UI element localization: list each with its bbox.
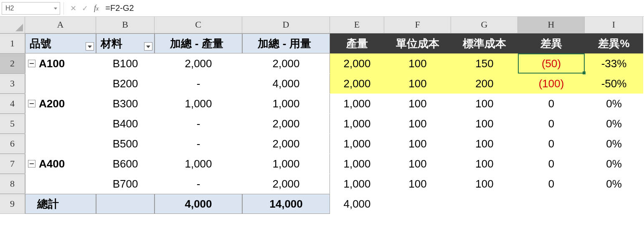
pivot-item-a[interactable] (25, 114, 96, 134)
cell[interactable]: 1,000 (330, 154, 384, 174)
collapse-icon[interactable] (28, 60, 35, 67)
cell[interactable]: 100 (384, 74, 451, 94)
cell[interactable]: 0 (518, 134, 585, 154)
collapse-icon[interactable] (28, 100, 35, 107)
table-header-E[interactable]: 產量 (330, 33, 384, 53)
cell[interactable]: 2,000 (242, 174, 330, 194)
formula-input[interactable]: =F2-G2 (102, 3, 644, 13)
col-header-B[interactable]: B (96, 17, 155, 33)
cell[interactable] (451, 194, 518, 214)
table-header-H[interactable]: 差異 (518, 33, 585, 53)
cell[interactable]: 0 (518, 114, 585, 134)
cell[interactable] (585, 194, 643, 214)
cell[interactable]: 14,000 (242, 194, 330, 214)
col-header-A[interactable]: A (25, 17, 96, 33)
table-header-G[interactable]: 標準成本 (451, 33, 518, 53)
pivot-header-A[interactable]: 品號 (25, 33, 96, 53)
cell[interactable]: 100 (384, 174, 451, 194)
cell[interactable]: B200 (96, 74, 155, 94)
row-header-7[interactable]: 7 (0, 154, 25, 174)
pivot-item-a[interactable]: A400 (25, 154, 96, 174)
pivot-header-B[interactable]: 材料 (96, 33, 155, 53)
cell[interactable]: 1,000 (155, 154, 242, 174)
col-header-H[interactable]: H (518, 17, 585, 33)
pivot-item-a[interactable]: A100 (25, 53, 96, 74)
cell[interactable]: 100 (451, 154, 518, 174)
cell[interactable]: - (155, 134, 242, 154)
fx-icon[interactable]: fx (94, 4, 99, 13)
col-header-I[interactable]: I (585, 17, 643, 33)
cell[interactable]: 0% (585, 174, 643, 194)
cell[interactable]: 0% (585, 134, 643, 154)
pivot-item-a[interactable] (25, 74, 96, 94)
cell[interactable]: 100 (384, 53, 451, 74)
name-box[interactable]: H2 (2, 2, 60, 15)
cell[interactable]: 100 (384, 134, 451, 154)
cell[interactable]: 1,000 (155, 94, 242, 114)
row-header-3[interactable]: 3 (0, 74, 25, 94)
cell[interactable] (384, 194, 451, 214)
collapse-icon[interactable] (28, 160, 35, 168)
cell[interactable]: 4,000 (155, 194, 242, 214)
cell[interactable]: 0 (518, 154, 585, 174)
cell[interactable]: B700 (96, 174, 155, 194)
cell[interactable]: 100 (451, 174, 518, 194)
row-header-8[interactable]: 8 (0, 174, 25, 194)
cell[interactable] (96, 194, 155, 214)
pivot-item-a[interactable] (25, 174, 96, 194)
cell[interactable]: 1,000 (242, 94, 330, 114)
cell[interactable]: 0% (585, 154, 643, 174)
cell[interactable]: (100) (518, 74, 585, 94)
row-header-1[interactable]: 1 (0, 33, 25, 53)
row-header-9[interactable]: 9 (0, 194, 25, 214)
cell[interactable]: 0% (585, 114, 643, 134)
cell[interactable]: 1,000 (330, 174, 384, 194)
row-header-2[interactable]: 2 (0, 53, 25, 74)
cell[interactable]: 2,000 (330, 74, 384, 94)
pivot-header-D[interactable]: 加總 - 用量 (242, 33, 330, 53)
cell[interactable]: -50% (585, 74, 643, 94)
cell[interactable]: 2,000 (330, 53, 384, 74)
cell[interactable]: 1,000 (330, 134, 384, 154)
filter-icon[interactable] (86, 42, 94, 51)
cell[interactable]: -33% (585, 53, 643, 74)
cell[interactable]: B400 (96, 114, 155, 134)
cell[interactable]: 2,000 (242, 134, 330, 154)
row-header-6[interactable]: 6 (0, 134, 25, 154)
cell[interactable]: B300 (96, 94, 155, 114)
filter-icon[interactable] (144, 42, 152, 51)
cell[interactable]: - (155, 174, 242, 194)
cell[interactable]: 150 (451, 53, 518, 74)
cell[interactable]: 200 (451, 74, 518, 94)
cell[interactable]: - (155, 114, 242, 134)
cell[interactable]: 1,000 (242, 154, 330, 174)
col-header-E[interactable]: E (330, 17, 384, 33)
row-header-5[interactable]: 5 (0, 114, 25, 134)
cell[interactable]: B500 (96, 134, 155, 154)
cell[interactable]: 1,000 (330, 94, 384, 114)
cell[interactable]: 100 (384, 94, 451, 114)
pivot-header-C[interactable]: 加總 - 產量 (155, 33, 242, 53)
cell[interactable]: 100 (384, 114, 451, 134)
cell[interactable]: 100 (451, 114, 518, 134)
cell[interactable]: B600 (96, 154, 155, 174)
pivot-item-a[interactable]: A200 (25, 94, 96, 114)
col-header-C[interactable]: C (155, 17, 242, 33)
dropdown-icon[interactable] (54, 8, 57, 10)
col-header-F[interactable]: F (384, 17, 451, 33)
cell[interactable]: 0% (585, 94, 643, 114)
cell[interactable]: 0 (518, 174, 585, 194)
total-label[interactable]: 總計 (25, 194, 96, 214)
cell[interactable]: 4,000 (242, 74, 330, 94)
cell[interactable] (518, 194, 585, 214)
table-header-I[interactable]: 差異% (585, 33, 643, 53)
select-all-corner[interactable] (0, 17, 25, 33)
cell[interactable]: 4,000 (330, 194, 384, 214)
cell[interactable]: 100 (384, 154, 451, 174)
cell[interactable]: 1,000 (330, 114, 384, 134)
cell[interactable]: 2,000 (242, 114, 330, 134)
cell[interactable]: (50) (518, 53, 585, 74)
cell[interactable]: 100 (451, 134, 518, 154)
cell[interactable]: - (155, 74, 242, 94)
col-header-D[interactable]: D (242, 17, 330, 33)
